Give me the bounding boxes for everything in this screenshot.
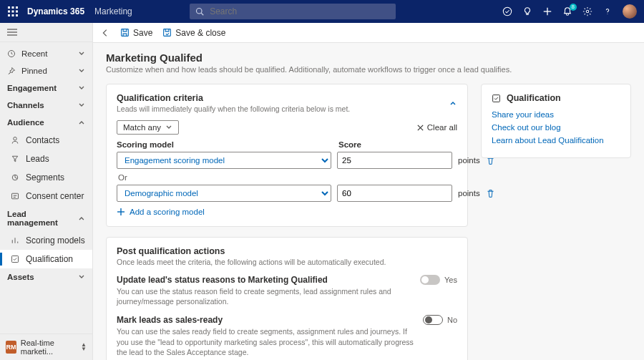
chevron-up-icon	[449, 99, 457, 107]
back-button[interactable]	[100, 28, 110, 38]
nav-group-engagement[interactable]: Engagement	[0, 79, 92, 97]
nav-pinned[interactable]: Pinned	[0, 62, 92, 79]
nav-item-label: Segments	[26, 172, 64, 183]
chevron-down-icon	[78, 273, 85, 281]
delete-rule-button[interactable]	[486, 189, 495, 198]
svg-point-19	[14, 137, 17, 141]
svg-rect-3	[8, 11, 10, 13]
nav-recent[interactable]: Recent	[0, 45, 92, 62]
global-topbar: Dynamics 365 Marketing 8	[0, 0, 644, 23]
nav-collapse-button[interactable]	[0, 23, 92, 42]
svg-rect-22	[12, 256, 19, 263]
global-search[interactable]	[190, 4, 396, 19]
nav-item-label: Consent center	[26, 191, 84, 201]
help-link[interactable]: Check out our blog	[492, 123, 620, 132]
toggle-state-label: No	[447, 316, 457, 324]
nav-item-label: Scoring models	[26, 235, 85, 245]
person-icon	[10, 136, 20, 145]
search-input[interactable]	[208, 6, 390, 17]
nav-item-contacts[interactable]: Contacts	[0, 131, 92, 150]
nav-item-label: Qualification	[26, 254, 73, 264]
save-close-button[interactable]: Save & close	[162, 28, 225, 38]
svg-rect-5	[16, 11, 18, 13]
score-input[interactable]	[337, 152, 452, 169]
svg-rect-1	[12, 6, 14, 9]
rule-or-label: Or	[118, 173, 457, 182]
svg-point-11	[503, 7, 511, 15]
product-name: Dynamics 365	[27, 6, 84, 16]
help-icon[interactable]	[602, 6, 613, 16]
chevron-down-icon	[165, 124, 172, 131]
svg-rect-8	[16, 14, 18, 16]
notifications-icon[interactable]: 8	[562, 6, 572, 16]
save-close-icon	[162, 28, 172, 37]
svg-rect-4	[12, 11, 14, 13]
settings-icon[interactable]	[582, 6, 592, 16]
scoring-icon	[10, 236, 20, 245]
nav-group-assets[interactable]: Assets	[0, 268, 92, 286]
leads-icon	[10, 155, 20, 163]
action2-title: Mark leads as sales-ready	[117, 315, 414, 325]
rule-row: Engagement scoring model points	[117, 152, 457, 169]
action2-desc: You can use the sales ready field to cre…	[117, 326, 414, 357]
add-scoring-model-label: Add a scoring model	[130, 208, 205, 216]
clock-icon	[7, 49, 16, 58]
plus-icon	[117, 208, 125, 216]
nav-item-qualification[interactable]: Qualification	[0, 250, 92, 268]
svg-point-9	[197, 9, 203, 14]
add-scoring-model-button[interactable]: Add a scoring model	[117, 208, 457, 216]
area-badge: RM	[6, 341, 16, 354]
svg-rect-7	[12, 14, 14, 16]
chevron-down-icon	[78, 67, 85, 74]
updown-icon: ▲▼	[81, 343, 87, 351]
task-icon[interactable]	[502, 6, 512, 16]
app-launcher-icon[interactable]	[7, 6, 19, 17]
nav-item-segments[interactable]: Segments	[0, 168, 92, 187]
actions-heading: Post qualification actions	[117, 246, 386, 256]
action1-toggle[interactable]: Yes	[420, 275, 457, 285]
toggle-switch	[423, 315, 443, 325]
add-icon[interactable]	[542, 6, 552, 16]
match-selector[interactable]: Match any	[117, 120, 179, 135]
user-avatar[interactable]	[623, 4, 637, 19]
help-link[interactable]: Share your ideas	[492, 110, 620, 119]
post-qualification-card: Post qualification actions Once leads me…	[106, 237, 468, 360]
clear-all-label: Clear all	[427, 123, 457, 132]
arrow-left-icon	[100, 28, 110, 38]
save-button[interactable]: Save	[120, 28, 152, 38]
nav-item-leads[interactable]: Leads	[0, 150, 92, 168]
svg-rect-23	[122, 29, 129, 37]
collapse-button[interactable]	[449, 99, 457, 107]
svg-point-14	[586, 10, 589, 13]
trash-icon	[486, 189, 495, 198]
lightbulb-icon[interactable]	[522, 6, 532, 16]
main-region: Save Save & close Marketing Qualifed Cus…	[93, 23, 644, 360]
area-switcher[interactable]: RM Real-time marketi... ▲▼	[0, 334, 92, 360]
nav-item-label: Contacts	[26, 135, 59, 145]
scoring-model-select[interactable]: Engagement scoring model	[117, 152, 331, 169]
chevron-down-icon	[78, 102, 85, 109]
chevron-up-icon	[78, 119, 85, 126]
page-title: Marketing Qualifed	[106, 52, 631, 64]
consent-icon	[10, 192, 20, 200]
nav-item-scoring[interactable]: Scoring models	[0, 231, 92, 250]
column-scoring-model: Scoring model	[117, 140, 331, 149]
nav-recent-label: Recent	[21, 49, 47, 58]
nav-item-consent[interactable]: Consent center	[0, 187, 92, 205]
clear-all-button[interactable]: Clear all	[416, 123, 457, 132]
nav-group-audience[interactable]: Audience	[0, 114, 92, 131]
nav-group-channels[interactable]: Channels	[0, 97, 92, 114]
help-link[interactable]: Learn about Lead Qualification	[492, 136, 620, 145]
points-label: points	[458, 156, 480, 165]
actions-desc: Once leads meet the criteria, the follow…	[117, 258, 386, 266]
chevron-down-icon	[78, 84, 85, 92]
save-icon	[120, 28, 130, 37]
score-input[interactable]	[337, 185, 452, 202]
action2-toggle[interactable]: No	[423, 315, 457, 325]
action1-desc: You can use the status reason field to c…	[117, 286, 411, 306]
nav-group-leadmgmt[interactable]: Lead management	[0, 205, 92, 231]
save-label: Save	[133, 28, 152, 38]
scoring-model-select[interactable]: Demographic model	[117, 185, 331, 202]
close-icon	[416, 124, 424, 132]
criteria-desc: Leads will immediately qualify when the …	[117, 104, 350, 113]
